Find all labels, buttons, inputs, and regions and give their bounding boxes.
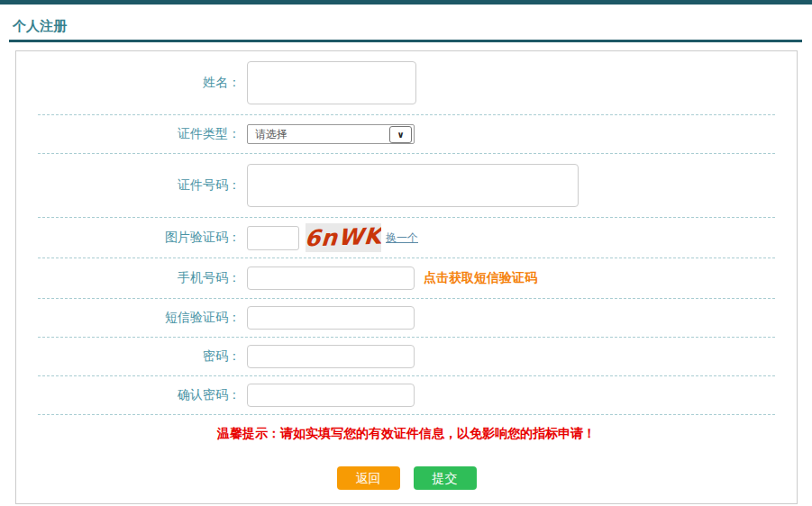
- title-divider: [9, 40, 802, 42]
- confirm-password-input[interactable]: [247, 384, 415, 407]
- cert-number-control: [247, 164, 579, 207]
- password-input[interactable]: [247, 345, 415, 368]
- get-sms-code-action[interactable]: 点击获取短信验证码: [424, 270, 537, 286]
- cert-type-control: 请选择 ∨: [247, 124, 415, 144]
- registration-page: 个人注册 姓名： 证件类型： 请选择 ∨ 证件号码： 图片验证码: [0, 0, 812, 504]
- form-row-confirm-password: 确认密码：: [38, 376, 775, 415]
- captcha-control: 6nWK 换一个: [247, 223, 418, 252]
- chevron-down-icon: ∨: [389, 126, 412, 143]
- captcha-refresh-link[interactable]: 换一个: [386, 230, 418, 246]
- sms-code-label: 短信验证码：: [38, 310, 241, 326]
- captcha-label: 图片验证码：: [38, 230, 241, 246]
- submit-button[interactable]: 提交: [414, 466, 477, 490]
- name-label: 姓名：: [38, 75, 241, 91]
- password-label: 密码：: [38, 348, 241, 365]
- form-row-cert-number: 证件号码：: [38, 154, 775, 218]
- captcha-image: 6nWK: [306, 223, 381, 252]
- name-control: [247, 61, 416, 104]
- form-row-phone: 手机号码： 点击获取短信验证码: [38, 258, 775, 299]
- cert-number-input[interactable]: [247, 164, 579, 207]
- sms-code-input[interactable]: [247, 306, 415, 330]
- cert-number-label: 证件号码：: [38, 177, 241, 194]
- form-row-password: 密码：: [38, 338, 775, 376]
- cert-type-selected-value: 请选择: [255, 127, 287, 142]
- form-row-name: 姓名：: [38, 51, 775, 115]
- phone-control: 点击获取短信验证码: [247, 267, 537, 290]
- notice-text: 温馨提示：请如实填写您的有效证件信息，以免影响您的指标申请！: [217, 426, 596, 442]
- sms-code-control: [247, 306, 415, 330]
- form-row-sms-code: 短信验证码：: [38, 299, 775, 338]
- form-row-captcha: 图片验证码： 6nWK 换一个: [38, 218, 775, 258]
- confirm-password-label: 确认密码：: [38, 387, 241, 403]
- buttons-row: 返回 提交: [38, 453, 775, 503]
- captcha-input[interactable]: [247, 226, 299, 250]
- confirm-password-control: [247, 384, 415, 407]
- phone-label: 手机号码：: [38, 270, 241, 286]
- back-button[interactable]: 返回: [337, 466, 400, 490]
- form-row-cert-type: 证件类型： 请选择 ∨: [38, 115, 775, 154]
- phone-input[interactable]: [247, 267, 415, 290]
- registration-form-panel: 姓名： 证件类型： 请选择 ∨ 证件号码： 图片验证码：: [15, 50, 798, 504]
- password-control: [247, 345, 415, 368]
- top-accent-bar: [0, 0, 812, 5]
- captcha-text: 6nWK: [306, 223, 381, 252]
- cert-type-label: 证件类型：: [38, 126, 241, 142]
- page-title: 个人注册: [13, 20, 812, 33]
- name-input[interactable]: [247, 61, 416, 104]
- cert-type-select[interactable]: 请选择 ∨: [247, 124, 415, 144]
- notice-row: 温馨提示：请如实填写您的有效证件信息，以免影响您的指标申请！: [38, 415, 775, 453]
